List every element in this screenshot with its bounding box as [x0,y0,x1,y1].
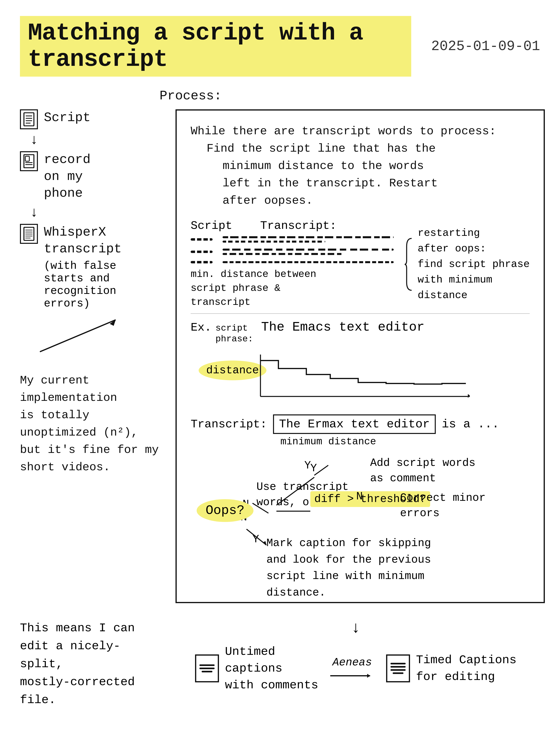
arrow-2: ↓ [30,206,160,220]
doc2-label: Timed Captions for editing [416,652,516,685]
untimed-doc-icon [195,654,219,682]
diagram-section: Script Transcript: [191,219,530,309]
transcript-suffix: is a ... [442,417,499,431]
phrase-text: The Emacs text editor [261,320,424,335]
transcript-content: The Ermax text editor [273,414,436,434]
n-label-2: N [356,490,363,503]
y-label-1: Y [304,459,311,472]
brace-icon [404,236,414,292]
record-icon [20,151,38,171]
process-line1: While there are transcript words to proc… [191,125,496,138]
diagram-right: restarting after oops: find script phras… [404,219,530,309]
correct-errors-text: Correct minor errors [400,490,486,521]
script-icon [20,109,38,129]
bottom-left-text: This means I can edit a nicely-split, mo… [20,621,135,707]
bottom-section: This means I can edit a nicely-split, mo… [20,619,540,709]
script-wave-1 [191,238,213,241]
svg-line-15 [40,320,116,352]
record-label: record on my phone [44,151,90,202]
timed-doc-item: Timed Captions for editing [386,652,516,685]
y-label-2: Y [252,533,259,546]
whisper-item: WhisperX transcript (with false starts a… [20,224,160,310]
record-item: record on my phone [20,151,160,202]
process-box: While there are transcript words to proc… [176,109,545,603]
aeneas-arrow-svg [330,671,374,681]
script-col-label: Script [191,219,232,232]
main-layout: Script ↓ record on my phone ↓ [20,109,540,603]
process-label: Process: [160,88,222,103]
page: Matching a script with a transcript 2025… [0,0,560,747]
whisper-icon [20,224,38,244]
svg-text:Y: Y [310,462,317,475]
transcript-waves-1 [222,236,394,242]
brace-notes: restarting after oops: find script phras… [418,226,530,303]
diagram-left: Script Transcript: [191,219,394,309]
svg-marker-32 [367,674,370,678]
date-label: 2025-01-09-01 [431,38,540,54]
distance-chart [255,353,474,408]
title-box: Matching a script with a transcript [20,16,411,77]
transcript-row-label: Transcript: [191,418,267,431]
process-line4: left in the transcript. Restart [191,175,530,192]
bottom-arrow-down: ↓ [351,619,361,637]
diagram-caption: min. distance between script phrase & tr… [191,267,394,309]
untimed-doc-item: Untimed captions with comments [195,643,318,694]
add-comment-text: Add script words as comment [370,455,475,486]
bottom-docs-row: Untimed captions with comments Aeneas [195,643,516,694]
title-section: Matching a script with a transcript 2025… [20,16,540,77]
page-title: Matching a script with a transcript [28,20,363,73]
min-distance-label: minimum distance [281,436,530,447]
script-wave-3 [191,261,213,263]
right-column: While there are transcript words to proc… [176,109,545,603]
transcript-row: Transcript: The Ermax text editor is a .… [191,414,530,434]
whisper-sub: (with false starts and recognition error… [44,260,160,310]
script-wave-2 [191,251,213,253]
chart-area: distance [191,351,530,410]
script-label: Script [44,109,90,126]
ex-label: Ex. [191,321,211,334]
doc1-label: Untimed captions with comments [225,643,318,694]
aeneas-label: Aeneas [332,656,372,669]
svg-rect-0 [24,113,34,126]
transcript-waves-2 [222,249,394,255]
transcript-col-label: Transcript: [260,219,337,232]
example-section: Ex. script phrase: The Emacs text editor… [191,320,530,447]
mark-caption-text: Mark caption for skipping and look for t… [266,535,431,601]
timed-doc-icon [386,654,410,682]
left-column: Script ↓ record on my phone ↓ [20,109,160,476]
bottom-center: ↓ Untimed captions with comments Aeneas [171,619,540,694]
script-item: Script [20,109,160,129]
oops-section: Oops? N Y N [191,459,530,590]
process-text: While there are transcript words to proc… [191,123,530,209]
svg-rect-6 [25,156,29,161]
process-line3: minimum distance to the words [191,157,530,175]
aeneas-arrow: Aeneas [330,656,374,681]
process-line2: Find the script line that has the [191,140,530,157]
arrow-1: ↓ [30,133,160,147]
script-phrase-label: script phrase: [215,323,253,344]
bottom-left: This means I can edit a nicely-split, mo… [20,619,160,709]
whisper-label: WhisperX transcript [44,225,122,257]
transcript-waves-3 [222,261,394,263]
diagonal-arrow [20,316,140,356]
note-text: My current implementation is totally uno… [20,374,159,474]
decision-tree: N Y N Use transcript words, or [241,459,530,590]
oops-bubble: Oops? [197,499,254,522]
process-line5: after oopses. [191,192,530,209]
